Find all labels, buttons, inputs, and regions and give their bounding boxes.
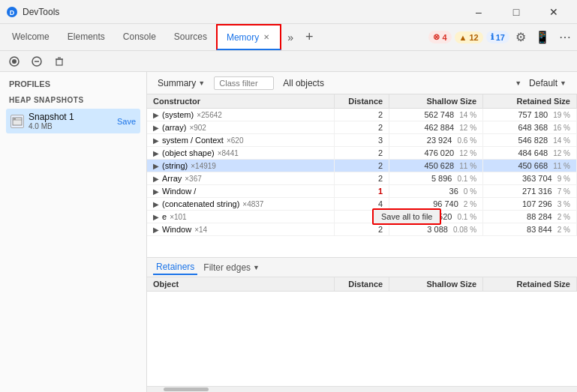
scrollbar-thumb[interactable] — [164, 388, 209, 391]
content-area: Summary ▼ All objects ▼ Default ▼ — [147, 72, 577, 392]
distance-cell: 2 — [335, 121, 389, 134]
warning-badge[interactable]: ▲ 12 — [455, 31, 483, 43]
constructor-cell: ▶ (array) ×902 — [147, 121, 335, 134]
constructor-cell: ▶ Window ×14 — [147, 223, 335, 236]
constructor-header[interactable]: Constructor — [147, 94, 335, 109]
info-icon: ℹ — [491, 32, 494, 42]
toolbar-right: ▼ Default ▼ — [515, 76, 571, 90]
snapshot-icon — [11, 115, 24, 128]
table-row[interactable]: ▶ (concatenated string) ×4837 4 96 740 2… — [147, 198, 577, 211]
shallow-size-cell: 36 0 % — [389, 185, 483, 198]
retained-size-cell: 107 296 3 % — [483, 198, 577, 211]
distance-cell: 3 — [335, 134, 389, 147]
svg-rect-11 — [14, 118, 16, 120]
tab-console[interactable]: Console — [114, 24, 165, 50]
content-toolbar: Summary ▼ All objects ▼ Default ▼ — [147, 72, 577, 94]
lower-panel: Retainers Filter edges ▼ Object Distance… — [147, 257, 577, 392]
constructor-cell: ▶ e ×101 — [147, 211, 335, 223]
snapshot-info: Snapshot 1 4.0 MB — [29, 112, 74, 130]
save-link[interactable]: Save — [117, 117, 136, 126]
table-row[interactable]: ▶ system / Context ×620 3 23 924 0.6 % 5… — [147, 134, 577, 147]
more-options-button[interactable]: ⋯ — [556, 28, 574, 46]
table-row[interactable]: ▶ (object shape) ×8441 2 476 020 12 % 48… — [147, 147, 577, 160]
error-badge[interactable]: ⊗ 4 — [428, 31, 451, 43]
tab-console-label: Console — [123, 31, 156, 42]
settings-button[interactable]: ⚙ — [512, 28, 529, 46]
snapshot-name: Snapshot 1 — [29, 112, 74, 122]
clear-icon — [32, 56, 42, 67]
object-header[interactable]: Object — [147, 277, 335, 292]
shallow-size-header[interactable]: Shallow Size — [389, 94, 483, 109]
tab-sources[interactable]: Sources — [165, 24, 216, 50]
lower-table: Object Distance Shallow Size Retained Si… — [147, 277, 577, 386]
tab-memory[interactable]: Memory ✕ — [216, 24, 281, 50]
horizontal-scrollbar[interactable] — [147, 386, 577, 392]
table-row[interactable]: ▶ Window ×14 2 3 088 0.08 % 83 844 2 % — [147, 223, 577, 236]
record-icon — [9, 56, 20, 67]
retained-size-cell: 88 284 2 % — [483, 211, 577, 223]
window-controls: – □ ✕ — [461, 0, 571, 24]
warning-icon: ▲ — [459, 33, 467, 42]
record-button[interactable] — [6, 55, 23, 68]
table-row[interactable]: ▶ (system) ×25642 2 562 748 14 % 757 180… — [147, 109, 577, 121]
lower-table-content — [147, 292, 577, 386]
info-count: 17 — [496, 33, 505, 42]
action-toolbar — [0, 51, 577, 72]
snapshot-size: 4.0 MB — [29, 122, 74, 130]
distance-cell: 1 — [335, 185, 389, 198]
lower-shallow-header[interactable]: Shallow Size — [389, 277, 483, 292]
table-row[interactable]: ▶ e ×101 2 5 520 0.1 % 88 284 2 % — [147, 211, 577, 223]
tab-memory-close[interactable]: ✕ — [262, 32, 271, 42]
info-badge[interactable]: ℹ 17 — [486, 31, 509, 43]
retained-size-cell: 546 828 14 % — [483, 134, 577, 147]
close-button[interactable]: ✕ — [536, 0, 571, 24]
table-body: ▶ (system) ×25642 2 562 748 14 % 757 180… — [147, 109, 577, 236]
retainers-toolbar: Retainers Filter edges ▼ — [147, 258, 577, 277]
delete-button[interactable] — [51, 55, 68, 68]
retained-size-header[interactable]: Retained Size — [483, 94, 577, 109]
tab-memory-label: Memory — [227, 32, 259, 43]
table-row[interactable]: ▶ Window / 1 36 0 % 271 316 7 % — [147, 185, 577, 198]
clear-button[interactable] — [29, 55, 45, 68]
expand-arrow: ▶ — [153, 175, 159, 183]
more-tabs-button[interactable]: » — [281, 31, 299, 43]
add-tab-button[interactable]: + — [299, 29, 320, 45]
save-all-button[interactable]: Save all to file — [372, 208, 441, 225]
expand-arrow: ▶ — [153, 124, 159, 132]
lower-distance-header[interactable]: Distance — [335, 277, 389, 292]
summary-dropdown[interactable]: Summary ▼ — [153, 76, 209, 90]
minimize-button[interactable]: – — [461, 0, 496, 24]
shallow-size-cell: 562 748 14 % — [389, 109, 483, 121]
shallow-size-cell: 462 884 12 % — [389, 121, 483, 134]
tabs-container: Welcome Elements Console Sources Memory … — [3, 24, 281, 50]
svg-text:D: D — [10, 9, 15, 16]
distance-cell: 2 — [335, 160, 389, 172]
warning-count: 12 — [470, 33, 479, 42]
table-row[interactable]: ▶ (string) ×14919 2 450 628 11 % 450 668… — [147, 160, 577, 172]
snapshot-item[interactable]: Snapshot 1 4.0 MB Save — [6, 109, 140, 133]
retainers-tab[interactable]: Retainers — [153, 260, 197, 275]
table-row[interactable]: ▶ (array) ×902 2 462 884 12 % 648 368 16… — [147, 121, 577, 134]
maximize-button[interactable]: □ — [499, 0, 533, 24]
snapshot-item-left: Snapshot 1 4.0 MB — [11, 112, 74, 130]
class-filter-input[interactable] — [214, 76, 274, 90]
lower-retained-header[interactable]: Retained Size — [483, 277, 577, 292]
filter-edges-button[interactable]: Filter edges ▼ — [203, 262, 260, 273]
distance-header[interactable]: Distance — [335, 94, 389, 109]
remote-devices-button[interactable]: 📱 — [532, 28, 553, 46]
tab-welcome[interactable]: Welcome — [3, 24, 59, 50]
expand-arrow: ▶ — [153, 149, 159, 157]
default-dropdown[interactable]: Default ▼ — [524, 76, 571, 90]
expand-arrow: ▶ — [153, 200, 159, 208]
summary-label: Summary — [158, 78, 196, 88]
retained-size-cell: 648 368 16 % — [483, 121, 577, 134]
table-row[interactable]: ▶ Array ×367 2 5 896 0.1 % 363 704 9 % — [147, 172, 577, 185]
distance-cell: 2 — [335, 147, 389, 160]
constructor-cell: ▶ system / Context ×620 — [147, 134, 335, 147]
all-objects-button[interactable]: All objects — [278, 76, 329, 90]
table-container: Constructor Distance Shallow Size Retain… — [147, 94, 577, 392]
retained-size-cell: 450 668 11 % — [483, 160, 577, 172]
tab-elements[interactable]: Elements — [59, 24, 114, 50]
right-arrow: ▼ — [515, 79, 521, 87]
shallow-size-cell: 450 628 11 % — [389, 160, 483, 172]
